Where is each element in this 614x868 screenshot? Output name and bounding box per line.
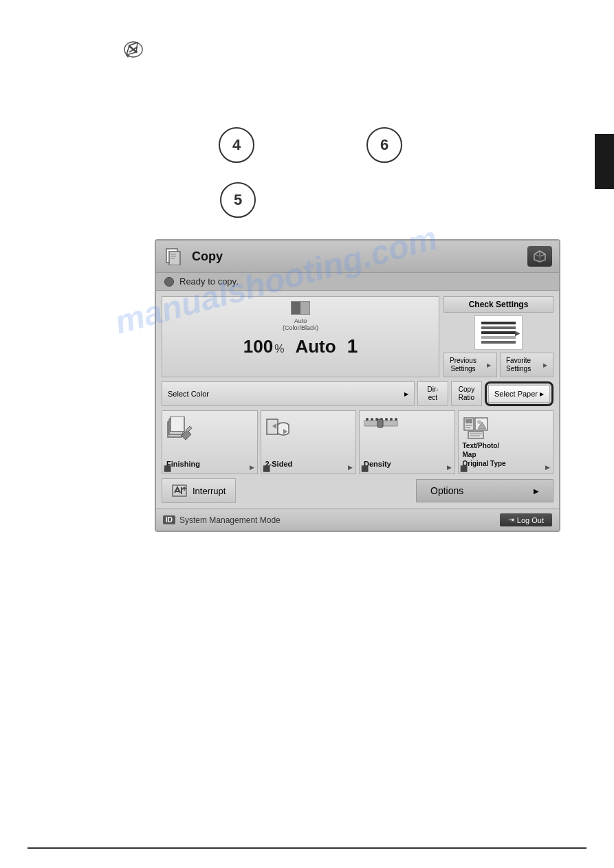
density-corner: ⬛ bbox=[361, 465, 369, 472]
ready-bar: Ready to copy. bbox=[156, 273, 559, 291]
auto-value: Auto bbox=[295, 336, 336, 357]
step-5-circle: 5 bbox=[220, 182, 256, 218]
preview-line-3 bbox=[481, 331, 516, 334]
copy-icon bbox=[163, 247, 185, 266]
step-4-circle: 4 bbox=[219, 127, 254, 163]
options-label: Options bbox=[430, 485, 463, 496]
color-indicators bbox=[291, 301, 310, 315]
finishing-arrow: ▶ bbox=[250, 464, 254, 471]
finishing-label: Finishing bbox=[166, 460, 200, 468]
svg-rect-27 bbox=[468, 432, 483, 438]
svg-point-13 bbox=[366, 418, 369, 421]
interrupt-icon bbox=[172, 485, 187, 497]
original-type-arrow: ▶ bbox=[545, 464, 550, 471]
finishing-corner: ⬛ bbox=[164, 465, 171, 472]
large-function-buttons-row: Finishing ⬛ ▶ 2-Sided ⬛ ▶ bbox=[162, 410, 553, 474]
svg-point-18 bbox=[390, 418, 393, 421]
preview-line-5 bbox=[481, 341, 516, 344]
select-paper-label: Select Paper bbox=[494, 390, 538, 398]
density-button[interactable]: Density ⬛ ▶ bbox=[359, 410, 455, 474]
density-icon bbox=[364, 416, 398, 432]
finishing-button[interactable]: Finishing ⬛ ▶ bbox=[162, 410, 258, 474]
check-settings-button[interactable]: Check Settings bbox=[443, 296, 553, 313]
edit-icon bbox=[122, 40, 144, 62]
svg-rect-20 bbox=[377, 419, 383, 427]
panel-3d-button[interactable] bbox=[527, 246, 552, 267]
copy-ratio-button[interactable]: CopyRatio bbox=[451, 381, 482, 406]
original-type-corner: ⬛ bbox=[460, 465, 468, 472]
two-sided-button[interactable]: 2-Sided ⬛ ▶ bbox=[261, 410, 357, 474]
two-sided-icon bbox=[265, 416, 293, 443]
select-paper-arrow: ▶ bbox=[540, 391, 544, 397]
copy-count: 1 bbox=[347, 335, 358, 357]
info-values: 100 % Auto 1 bbox=[243, 335, 358, 357]
svg-rect-23 bbox=[465, 425, 472, 426]
two-sided-arrow: ▶ bbox=[348, 464, 353, 471]
percentage-value: 100 bbox=[243, 336, 273, 357]
select-color-label: Select Color bbox=[168, 390, 209, 398]
select-paper-button[interactable]: Select Paper ▶ bbox=[488, 385, 550, 403]
favorite-settings-arrow: ▶ bbox=[543, 362, 547, 368]
ready-indicator bbox=[164, 277, 174, 287]
preview-line-4 bbox=[481, 336, 516, 339]
color-mode-indicator bbox=[291, 301, 310, 315]
logout-icon-prefix: ⇥ bbox=[508, 515, 514, 524]
select-color-button[interactable]: Select Color ▶ bbox=[162, 381, 415, 406]
svg-rect-22 bbox=[465, 419, 472, 423]
interrupt-button[interactable]: Interrupt bbox=[162, 478, 236, 503]
interrupt-label: Interrupt bbox=[193, 486, 226, 496]
original-type-icon bbox=[463, 416, 489, 441]
status-bar: ID System Management Mode ⇥ Log Out bbox=[156, 509, 559, 531]
percentage-symbol: % bbox=[274, 343, 284, 355]
options-arrow: ▶ bbox=[534, 487, 539, 495]
direct-button[interactable]: Dir-ect bbox=[417, 381, 448, 406]
previous-settings-arrow: ▶ bbox=[487, 362, 491, 368]
preview-line-1 bbox=[481, 322, 516, 324]
svg-rect-24 bbox=[465, 427, 470, 428]
settings-buttons: Check Settings ▶ PreviousSettings ▶ bbox=[443, 296, 553, 377]
logout-label: Log Out bbox=[517, 516, 544, 524]
panel-title: Copy bbox=[192, 249, 223, 264]
svg-rect-10 bbox=[171, 416, 184, 432]
favorite-settings-label: FavoriteSettings bbox=[506, 357, 531, 373]
copy-ratio-label: CopyRatio bbox=[459, 386, 474, 402]
color-mode-label: Auto(Color/Black) bbox=[283, 318, 318, 331]
previous-settings-label: PreviousSettings bbox=[450, 357, 476, 373]
bottom-row: Interrupt Options ▶ bbox=[162, 478, 553, 503]
svg-point-14 bbox=[371, 418, 373, 421]
options-button[interactable]: Options ▶ bbox=[416, 479, 553, 502]
ready-text: Ready to copy. bbox=[179, 276, 239, 287]
copy-panel: Copy Ready to copy. Auto(Color/Black) bbox=[155, 239, 560, 532]
original-type-button[interactable]: Text/Photo/MapOriginal Type ⬛ ▶ bbox=[458, 410, 554, 474]
preview-arrow: ▶ bbox=[515, 329, 520, 337]
preview-line-2 bbox=[481, 326, 516, 329]
svg-point-19 bbox=[395, 418, 397, 421]
previous-settings-button[interactable]: PreviousSettings ▶ bbox=[443, 353, 497, 377]
svg-point-17 bbox=[385, 418, 388, 421]
two-sided-corner: ⬛ bbox=[263, 465, 270, 472]
settings-preview: ▶ bbox=[474, 315, 523, 350]
system-management-mode-label: System Management Mode bbox=[179, 515, 281, 525]
bottom-line bbox=[28, 847, 586, 849]
select-color-arrow: ▶ bbox=[404, 391, 408, 397]
sidebar-tab bbox=[595, 134, 614, 189]
percentage-display: 100 % bbox=[243, 336, 285, 357]
panel-header: Copy bbox=[156, 241, 559, 273]
favorite-settings-button[interactable]: FavoriteSettings ▶ bbox=[500, 353, 553, 377]
original-type-label: Text/Photo/MapOriginal Type bbox=[463, 441, 506, 468]
step-6-circle: 6 bbox=[366, 127, 402, 163]
direct-label: Dir-ect bbox=[427, 386, 438, 402]
select-paper-ring: Select Paper ▶ bbox=[485, 381, 553, 406]
top-controls-row: Auto(Color/Black) 100 % Auto 1 Check Set… bbox=[162, 296, 553, 377]
status-id-section: ID System Management Mode bbox=[163, 515, 281, 525]
info-box: Auto(Color/Black) 100 % Auto 1 bbox=[162, 296, 439, 377]
prev-fav-row: PreviousSettings ▶ FavoriteSettings ▶ bbox=[443, 353, 553, 377]
id-badge: ID bbox=[163, 515, 175, 524]
panel-content: Auto(Color/Black) 100 % Auto 1 Check Set… bbox=[156, 291, 559, 509]
finishing-icon bbox=[166, 416, 194, 443]
function-buttons-row: Select Color ▶ Dir-ect CopyRatio Select … bbox=[162, 381, 553, 406]
density-arrow: ▶ bbox=[447, 464, 452, 471]
logout-button[interactable]: ⇥ Log Out bbox=[500, 513, 552, 526]
svg-point-26 bbox=[477, 420, 481, 424]
preview-lines bbox=[481, 322, 516, 344]
